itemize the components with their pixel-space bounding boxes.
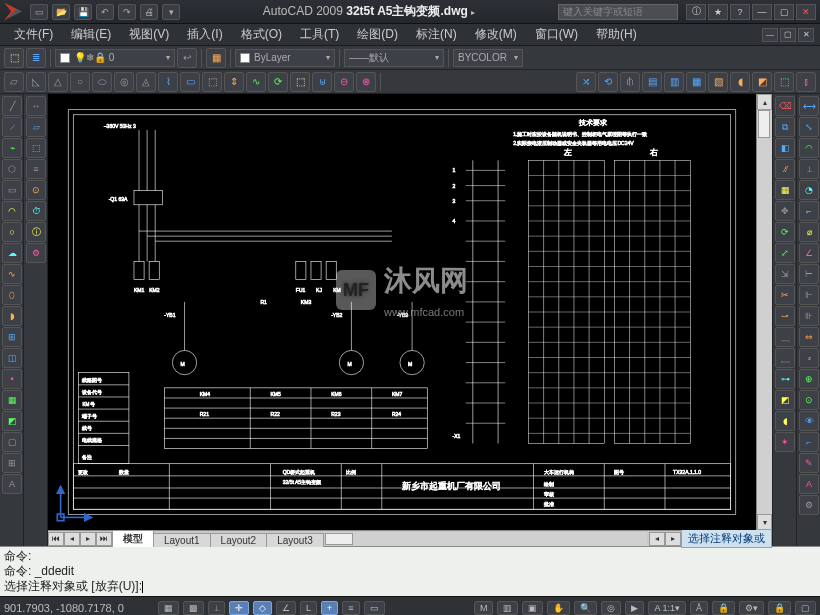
dimcont-icon[interactable]: ⊪ — [799, 306, 819, 326]
block-icon[interactable]: ◫ — [2, 348, 22, 368]
qview-dwg-icon[interactable]: ▣ — [522, 601, 543, 615]
setvar-icon[interactable]: ⚙ — [26, 243, 46, 263]
tolerance-icon[interactable]: ⊕ — [799, 369, 819, 389]
new-icon[interactable]: ▭ — [30, 4, 48, 20]
otrack-toggle[interactable]: ∠ — [276, 601, 296, 615]
drawing-canvas[interactable]: ~380V 50Hz 3 -Q1 63A KM1KM2 FU1KJKM — [48, 94, 756, 530]
fillet-icon[interactable]: ◖ — [775, 411, 795, 431]
move-icon[interactable]: ✥ — [775, 201, 795, 221]
tab-layout1[interactable]: Layout1 — [153, 533, 211, 547]
fillet3d-icon[interactable]: ◖ — [730, 72, 750, 92]
sweep-icon[interactable]: ∿ — [246, 72, 266, 92]
scroll-up-icon[interactable]: ▴ — [757, 94, 772, 110]
chamfer-icon[interactable]: ◩ — [775, 390, 795, 410]
osnap-toggle[interactable]: ◇ — [253, 601, 272, 615]
offset-icon[interactable]: ⫽ — [775, 159, 795, 179]
tab-layout2[interactable]: Layout2 — [210, 533, 268, 547]
circle-icon[interactable]: ○ — [2, 222, 22, 242]
ducs-toggle[interactable]: L — [300, 601, 317, 615]
spline-icon[interactable]: ∿ — [2, 264, 22, 284]
dimedit-icon[interactable]: ✎ — [799, 453, 819, 473]
menu-help[interactable]: 帮助(H) — [588, 24, 645, 45]
centermark-icon[interactable]: ⊙ — [799, 390, 819, 410]
command-window[interactable]: 命令: 命令: _ddedit 选择注释对象或 [放弃(U)]: — [0, 546, 820, 596]
layerprops-icon[interactable]: ≣ — [26, 48, 46, 68]
insert-icon[interactable]: ⊞ — [2, 327, 22, 347]
revolve-icon[interactable]: ⟳ — [268, 72, 288, 92]
torus-icon[interactable]: ◎ — [114, 72, 134, 92]
qview-layouts-icon[interactable]: ▥ — [497, 601, 518, 615]
lineweight-combo[interactable]: BYCOLOR — [453, 49, 523, 67]
rotate-icon[interactable]: ⟳ — [775, 222, 795, 242]
tab-first-icon[interactable]: ⏮ — [48, 532, 64, 546]
anno-hint[interactable]: 选择注释对象或 — [681, 529, 772, 548]
subtract-icon[interactable]: ⊖ — [334, 72, 354, 92]
star-icon[interactable]: ★ — [708, 4, 728, 20]
menu-modify[interactable]: 修改(M) — [467, 24, 525, 45]
help-icon[interactable]: ? — [730, 4, 750, 20]
id-icon[interactable]: ⊙ — [26, 180, 46, 200]
presspull-icon[interactable]: ⇕ — [224, 72, 244, 92]
print-icon[interactable]: 🖨 — [140, 4, 158, 20]
3drotate-icon[interactable]: ⟲ — [598, 72, 618, 92]
mdi-close-button[interactable]: ✕ — [798, 28, 814, 42]
tab-next-icon[interactable]: ▸ — [80, 532, 96, 546]
dimjogline-icon[interactable]: ⌐ — [799, 432, 819, 452]
menu-dimension[interactable]: 标注(N) — [408, 24, 465, 45]
revcloud-icon[interactable]: ☁ — [2, 243, 22, 263]
gradient-icon[interactable]: ◩ — [2, 411, 22, 431]
clean-screen-icon[interactable]: ▢ — [795, 601, 816, 615]
dimbase-icon[interactable]: ⊩ — [799, 285, 819, 305]
dimdia-icon[interactable]: ⌀ — [799, 222, 819, 242]
menu-edit[interactable]: 编辑(E) — [63, 24, 119, 45]
pan-icon[interactable]: ✋ — [547, 601, 570, 615]
region-icon[interactable]: ▢ — [2, 432, 22, 452]
chamfer3d-icon[interactable]: ◩ — [752, 72, 772, 92]
dimtedit-icon[interactable]: A — [799, 474, 819, 494]
scroll-right-icon[interactable]: ▸ — [665, 532, 681, 546]
hscroll-thumb[interactable] — [325, 533, 353, 545]
list-icon[interactable]: ≡ — [26, 159, 46, 179]
redo-icon[interactable]: ↷ — [118, 4, 136, 20]
mdi-restore-button[interactable]: ▢ — [780, 28, 796, 42]
save-icon[interactable]: 💾 — [74, 4, 92, 20]
layer-prev-icon[interactable]: ↩ — [177, 48, 197, 68]
time-icon[interactable]: ⏱ — [26, 201, 46, 221]
grid-toggle[interactable]: ▩ — [183, 601, 204, 615]
menu-tools[interactable]: 工具(T) — [292, 24, 347, 45]
wedge-icon[interactable]: ◺ — [26, 72, 46, 92]
coords-readout[interactable]: 901.7903, -1080.7178, 0 — [4, 602, 154, 614]
dimrad-icon[interactable]: ◔ — [799, 180, 819, 200]
layer-iso-icon[interactable]: ▦ — [206, 48, 226, 68]
planar-icon[interactable]: ▭ — [180, 72, 200, 92]
3dalign-icon[interactable]: ⫛ — [620, 72, 640, 92]
dimjog-icon[interactable]: ⌐ — [799, 201, 819, 221]
loft2-icon[interactable]: ⬚ — [290, 72, 310, 92]
arc-icon[interactable]: ◠ — [2, 201, 22, 221]
snap-toggle[interactable]: ▦ — [158, 601, 179, 615]
maximize-button[interactable]: ▢ — [774, 4, 794, 20]
info-icon[interactable]: ⓘ — [686, 4, 706, 20]
polar-toggle[interactable]: ✛ — [229, 601, 249, 615]
scroll-left-icon[interactable]: ◂ — [649, 532, 665, 546]
mdi-minimize-button[interactable]: — — [762, 28, 778, 42]
dimspace-icon[interactable]: ⇔ — [799, 327, 819, 347]
rect-icon[interactable]: ▭ — [2, 180, 22, 200]
ws-switch-icon[interactable]: ⚙▾ — [739, 601, 764, 615]
qp-toggle[interactable]: ▭ — [364, 601, 385, 615]
annoscale-button[interactable]: A 1:1▾ — [648, 601, 686, 615]
break-icon[interactable]: ⸏ — [775, 327, 795, 347]
scroll-down-icon[interactable]: ▾ — [757, 514, 772, 530]
lwt-toggle[interactable]: ≡ — [342, 601, 359, 615]
dimang-icon[interactable]: ∠ — [799, 243, 819, 263]
menu-format[interactable]: 格式(O) — [233, 24, 290, 45]
trim-icon[interactable]: ✂ — [775, 285, 795, 305]
union-icon[interactable]: ⊎ — [312, 72, 332, 92]
dist-icon[interactable]: ↔ — [26, 96, 46, 116]
polygon-icon[interactable]: ⬡ — [2, 159, 22, 179]
dimstyle-icon[interactable]: ⚙ — [799, 495, 819, 515]
color-combo[interactable]: ByLayer — [235, 49, 335, 67]
cone-icon[interactable]: △ — [48, 72, 68, 92]
ellipsearc-icon[interactable]: ◗ — [2, 306, 22, 326]
hatch-icon[interactable]: ▦ — [2, 390, 22, 410]
